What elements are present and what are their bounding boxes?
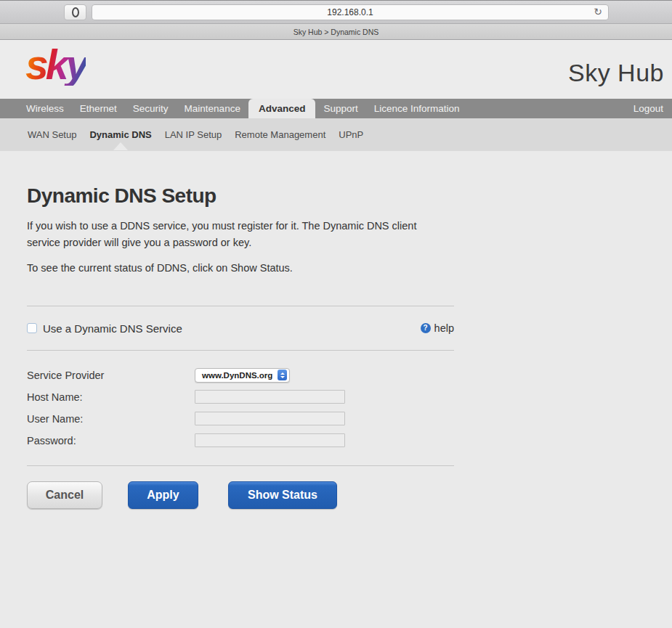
refresh-icon[interactable]: ↻ <box>594 6 602 17</box>
service-provider-value: www.DynDNS.org <box>202 371 272 380</box>
subnav-lan-ip-setup[interactable]: LAN IP Setup <box>158 129 229 140</box>
divider-bottom <box>27 465 454 466</box>
use-ddns-label: Use a Dynamic DNS Service <box>43 322 182 335</box>
service-provider-label: Service Provider <box>27 370 195 381</box>
help-link[interactable]: ? help <box>421 322 454 334</box>
page-header-title: Sky Hub <box>568 59 664 87</box>
browser-tab-bar: Sky Hub > Dynamic DNS <box>0 24 672 40</box>
main-content: Dynamic DNS Setup If you wish to use a D… <box>0 184 672 509</box>
nav-tab-maintenance[interactable]: Maintenance <box>177 99 248 118</box>
site-header: sky Sky Hub <box>0 40 672 99</box>
intro-paragraph-2: To see the current status of DDNS, click… <box>27 260 431 277</box>
show-status-button[interactable]: Show Status <box>228 481 337 509</box>
subnav-wan-setup[interactable]: WAN Setup <box>21 129 83 140</box>
browser-toolbar: 192.168.0.1 ↻ <box>0 1 672 24</box>
nav-tab-ethernet[interactable]: Ethernet <box>72 99 125 118</box>
select-stepper-icon <box>278 370 287 380</box>
service-provider-row: Service Provider www.DynDNS.org <box>27 368 672 382</box>
chevron-up-icon <box>280 372 285 375</box>
help-icon: ? <box>421 323 431 333</box>
sky-logo: sky <box>25 44 86 86</box>
password-input[interactable] <box>195 433 345 447</box>
url-text: 192.168.0.1 <box>327 7 373 17</box>
ddns-enable-row: Use a Dynamic DNS Service ? help <box>27 306 454 350</box>
user-name-label: User Name: <box>27 413 195 425</box>
host-name-row: Host Name: <box>27 390 672 404</box>
nav-tab-advanced[interactable]: Advanced <box>248 99 316 118</box>
main-nav: Wireless Ethernet Security Maintenance A… <box>0 99 672 118</box>
password-label: Password: <box>27 435 195 446</box>
button-row: Cancel Apply Show Status <box>27 481 672 509</box>
browser-app-button[interactable] <box>64 4 86 20</box>
chevron-down-icon <box>280 376 285 378</box>
nav-tab-support[interactable]: Support <box>315 99 365 118</box>
subnav-upnp[interactable]: UPnP <box>332 129 370 140</box>
host-name-label: Host Name: <box>27 391 195 403</box>
nav-tab-security[interactable]: Security <box>125 99 177 118</box>
nav-tab-wireless[interactable]: Wireless <box>18 99 72 118</box>
divider-middle <box>27 350 454 351</box>
screen: 192.168.0.1 ↻ Sky Hub > Dynamic DNS sky … <box>0 0 672 628</box>
password-row: Password: <box>27 433 672 447</box>
use-ddns-checkbox[interactable] <box>27 323 37 333</box>
nav-logout[interactable]: Logout <box>626 99 672 118</box>
ddns-form: Service Provider www.DynDNS.org Host Nam… <box>27 368 672 447</box>
host-name-input[interactable] <box>195 390 345 404</box>
nav-tab-licence-information[interactable]: Licence Information <box>366 99 468 118</box>
user-name-input[interactable] <box>195 412 345 425</box>
url-bar[interactable]: 192.168.0.1 ↻ <box>92 4 609 20</box>
page-title: Dynamic DNS Setup <box>27 184 672 208</box>
subnav-remote-management[interactable]: Remote Management <box>228 129 332 140</box>
apply-button[interactable]: Apply <box>128 481 198 509</box>
intro-paragraph-1: If you wish to use a DDNS service, you m… <box>27 218 431 252</box>
service-provider-select[interactable]: www.DynDNS.org <box>195 368 290 383</box>
cancel-button[interactable]: Cancel <box>27 481 102 509</box>
help-label: help <box>434 322 454 334</box>
opera-icon <box>72 7 79 17</box>
browser-tab-title[interactable]: Sky Hub > Dynamic DNS <box>294 28 379 36</box>
sub-nav: WAN Setup Dynamic DNS LAN IP Setup Remot… <box>0 118 672 151</box>
subnav-dynamic-dns[interactable]: Dynamic DNS <box>83 129 158 140</box>
user-name-row: User Name: <box>27 412 672 425</box>
